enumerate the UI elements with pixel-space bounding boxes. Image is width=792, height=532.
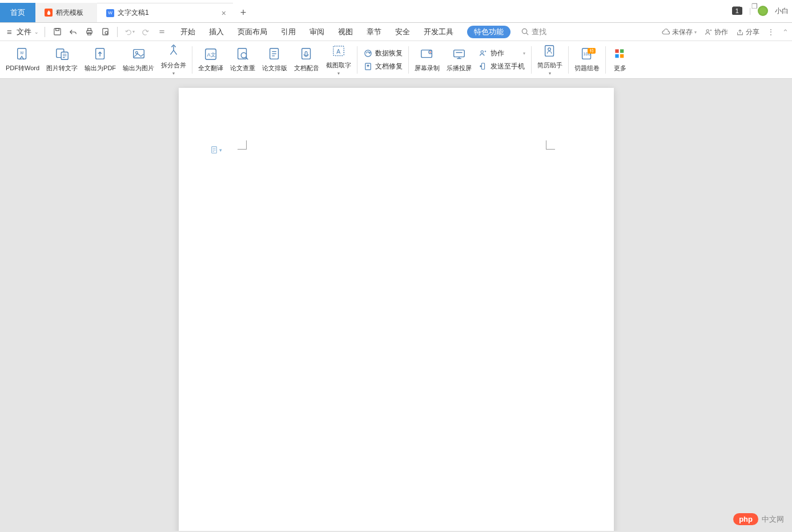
file-menu-button[interactable]: 文件 ⌄ <box>3 25 42 39</box>
resume-helper-button[interactable]: 简历助手 ▾ <box>534 42 566 78</box>
tab-template[interactable]: 稻壳模板 <box>35 3 97 22</box>
collab-icon <box>705 29 713 36</box>
menu-tab-insert[interactable]: 插入 <box>209 26 224 38</box>
print-icon[interactable] <box>84 27 94 37</box>
collapse-ribbon-icon[interactable]: ⌃ <box>782 28 789 37</box>
pdf-to-word-button[interactable]: W PDF转Word <box>2 42 43 78</box>
translate-icon: A文 <box>203 47 218 62</box>
document-area[interactable]: ▾ <box>0 79 792 531</box>
redo-icon[interactable] <box>140 27 151 37</box>
menu-tab-start[interactable]: 开始 <box>180 26 195 38</box>
watermark: php 中文网 <box>733 513 784 525</box>
plus-icon: + <box>240 7 247 19</box>
svg-rect-1 <box>55 29 59 31</box>
menu-tab-reference[interactable]: 引用 <box>281 26 296 38</box>
menu-tab-view[interactable]: 视图 <box>338 26 353 38</box>
undo-icon[interactable]: ▾ <box>124 27 135 37</box>
collab-label: 协作 <box>714 27 728 37</box>
page-insert-widget[interactable]: ▾ <box>210 146 222 154</box>
send-phone-button[interactable]: 发送至手机 <box>479 61 525 72</box>
search-label: 查找 <box>532 27 546 37</box>
notification-badge[interactable]: 1 <box>732 7 742 15</box>
doc-voice-button[interactable]: 文档配音 <box>291 42 323 78</box>
svg-point-6 <box>105 31 108 34</box>
menu-tab-safety[interactable]: 安全 <box>395 26 410 38</box>
img-to-text-button[interactable]: 图片转文字 <box>43 42 81 78</box>
menu-tab-pagelayout[interactable]: 页面布局 <box>238 26 267 38</box>
tab-home[interactable]: 首页 <box>0 3 35 22</box>
tab-add-button[interactable]: + <box>233 3 254 22</box>
paper-layout-button[interactable]: 论文排版 <box>259 42 291 78</box>
menu-tab-chapter[interactable]: 章节 <box>367 26 381 38</box>
svg-rect-31 <box>456 52 463 53</box>
chevron-down-icon: ▾ <box>523 51 525 56</box>
menu-tab-special[interactable]: 特色功能 <box>467 26 510 38</box>
output-pdf-button[interactable]: 输出为PDF <box>81 42 119 78</box>
data-recover-button[interactable]: 数据恢复 <box>363 47 403 59</box>
hamburger-icon <box>7 27 15 37</box>
collab-button[interactable]: 协作 <box>705 27 728 37</box>
document-page[interactable]: ▾ <box>179 88 614 531</box>
search-button[interactable]: 查找 <box>521 27 546 37</box>
tab-bar: 首页 稻壳模板 W 文字文稿1 × + — ❐ 1 | 小白 <box>0 0 792 23</box>
svg-rect-39 <box>620 49 624 53</box>
ribbon-label: 文档配音 <box>294 64 319 72</box>
tab-doc-label: 文字文稿1 <box>118 8 149 18</box>
ribbon-label: 更多 <box>614 64 626 72</box>
collab-small-button[interactable]: 协作 ▾ <box>479 47 525 59</box>
svg-point-35 <box>548 47 551 50</box>
ribbon-label: 拆分合并 <box>161 61 186 70</box>
margin-marker-tl <box>238 140 247 150</box>
share-icon <box>736 29 744 36</box>
projection-button[interactable]: 乐播投屏 <box>443 42 475 78</box>
output-img-button[interactable]: 输出为图片 <box>119 42 158 78</box>
page-icon <box>210 146 218 154</box>
user-avatar-icon[interactable] <box>758 6 768 16</box>
preview-icon[interactable] <box>100 27 110 37</box>
close-icon[interactable]: × <box>222 9 226 18</box>
more-button[interactable]: 更多 <box>608 42 632 78</box>
pdf-word-icon: W <box>15 47 30 62</box>
svg-rect-21 <box>302 49 311 59</box>
unsaved-button[interactable]: 未保存 ▾ <box>662 27 697 37</box>
repair-icon <box>363 62 372 71</box>
tab-home-label: 首页 <box>10 7 25 18</box>
ribbon-label: 截图取字 <box>326 61 351 70</box>
svg-rect-38 <box>615 49 618 53</box>
svg-point-15 <box>135 51 138 54</box>
options-icon[interactable] <box>156 27 167 37</box>
share-button[interactable]: 分享 <box>736 27 759 37</box>
grid-icon <box>613 47 628 62</box>
save-icon[interactable] <box>52 27 62 37</box>
svg-point-29 <box>430 51 431 53</box>
svg-rect-3 <box>87 29 91 31</box>
tab-document[interactable]: W 文字文稿1 × <box>97 3 233 22</box>
file-menu-label: 文件 <box>17 27 31 37</box>
voice-icon <box>299 47 314 62</box>
search-icon <box>521 27 529 36</box>
svg-point-8 <box>706 29 709 31</box>
unsaved-label: 未保存 <box>672 27 693 37</box>
quiz-paper-button[interactable]: 100 特 切题组卷 <box>571 42 603 78</box>
ribbon-label: 论文查重 <box>230 64 255 72</box>
ribbon-label: 切题组卷 <box>574 64 600 72</box>
chevron-down-icon: ▾ <box>549 71 551 76</box>
screenshot-ocr-button[interactable]: A 截图取字 ▾ <box>323 42 355 78</box>
separator <box>45 27 45 37</box>
full-translate-button[interactable]: A文 全文翻译 <box>195 42 227 78</box>
chevron-down-icon: ▾ <box>219 147 222 153</box>
doc-repair-button[interactable]: 文档修复 <box>363 61 403 72</box>
more-options-icon[interactable]: ⋮ <box>767 28 774 36</box>
split-merge-button[interactable]: 拆分合并 ▾ <box>158 42 190 78</box>
svg-text:A文: A文 <box>207 52 216 58</box>
ribbon-label: 图片转文字 <box>46 64 78 72</box>
menu-tab-devtools[interactable]: 开发工具 <box>424 26 453 38</box>
back-icon[interactable] <box>68 27 78 37</box>
pdf-icon <box>93 47 108 62</box>
paper-check-button[interactable]: 论文查重 <box>227 42 259 78</box>
separator <box>117 27 118 37</box>
menu-tab-review[interactable]: 审阅 <box>309 26 324 38</box>
screen-record-button[interactable]: 屏幕录制 <box>411 42 443 78</box>
svg-rect-14 <box>133 50 144 58</box>
ribbon-label: 输出为图片 <box>123 64 154 72</box>
